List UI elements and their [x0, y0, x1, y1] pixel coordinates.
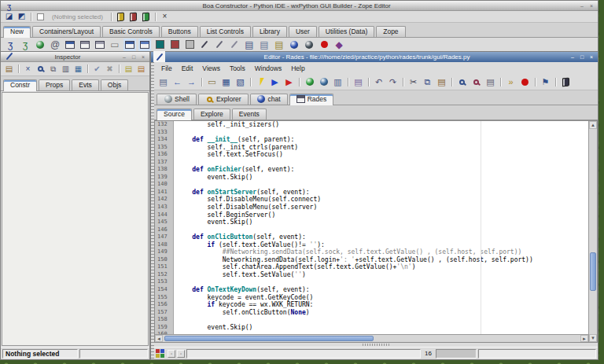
editor-view-tab-source[interactable]: Source — [157, 108, 192, 120]
wx-mdi-child-frame-icon[interactable] — [138, 39, 151, 51]
horizontal-scroll-track[interactable] — [163, 335, 580, 342]
inspector-content-pane[interactable] — [2, 92, 149, 346]
goto-line-icon[interactable]: » — [504, 75, 517, 89]
copy-item-icon[interactable]: ⧉ — [47, 64, 59, 75]
palette-tab-zope[interactable]: Zope — [376, 26, 405, 37]
menu-windows[interactable]: Windows — [251, 64, 285, 73]
red-dot-icon[interactable] — [318, 39, 330, 51]
history-back-icon[interactable]: ← — [171, 75, 184, 89]
vertical-scroll-thumb[interactable] — [590, 252, 596, 292]
scroll-up-arrow[interactable]: ▲ — [589, 121, 597, 129]
help-book-yellow-icon[interactable] — [115, 11, 127, 22]
horizontal-scrollbar[interactable]: ◄ ► — [155, 334, 588, 342]
debug-icon[interactable]: ▶ — [282, 75, 296, 89]
palette-tab-user[interactable]: User — [289, 26, 317, 37]
delete-item-icon[interactable]: × — [22, 64, 34, 75]
data-view-icon[interactable]: ◩ — [16, 11, 28, 22]
undo-icon[interactable]: ↶ — [372, 75, 385, 89]
editor-view-tab-events[interactable]: Events — [232, 108, 267, 119]
text-document-icon-2[interactable]: ▤ — [258, 39, 271, 51]
notebook-icon[interactable]: ▦ — [72, 64, 84, 75]
editor-tab-explorer[interactable]: Explorer — [198, 94, 249, 105]
run-application-icon[interactable] — [254, 75, 267, 89]
print-icon[interactable]: ▤ — [484, 75, 497, 89]
palette-tab-containers-layout[interactable]: Containers/Layout — [32, 26, 101, 37]
palette-tab-new[interactable]: New — [3, 26, 31, 38]
editor-tab-rades[interactable]: Rades — [289, 94, 334, 105]
menu-tools[interactable]: Tools — [226, 64, 249, 73]
inspector-tab-evts[interactable]: Evts — [72, 79, 99, 90]
frame-designer-icon[interactable]: ◪ — [3, 11, 15, 22]
vertical-scroll-track[interactable] — [589, 129, 597, 334]
open-icon[interactable]: ▭ — [205, 75, 219, 89]
close-button[interactable]: × — [139, 53, 147, 61]
main-titlebar[interactable]: ʒ Boa Constructor - Python IDE - wxPytho… — [1, 1, 598, 11]
help-book-red-icon[interactable] — [127, 11, 139, 22]
minimize-button[interactable]: – — [120, 53, 128, 61]
close-view-icon[interactable]: × — [159, 11, 171, 22]
dark-globe-doc-icon[interactable] — [303, 39, 315, 51]
inspector-tab-props[interactable]: Props — [39, 79, 70, 90]
remove-page-icon[interactable]: ▤ — [135, 64, 147, 75]
stylus-tool-icon-3[interactable] — [228, 39, 241, 51]
cancel-changes-icon[interactable]: ✖ — [104, 64, 116, 75]
editor-tab-shell[interactable]: Shell — [157, 94, 197, 105]
paste-item-icon[interactable]: ▥ — [60, 64, 72, 75]
add-page-icon[interactable]: ▤ — [123, 64, 134, 75]
save-icon[interactable]: ▦ — [219, 75, 233, 89]
paste-icon[interactable]: ▤ — [435, 75, 448, 89]
menu-help[interactable]: Help — [287, 64, 308, 73]
cut-icon[interactable]: ✂ — [407, 75, 420, 89]
stylus-tool-icon-2[interactable] — [213, 39, 226, 51]
palette-tab-utilities-data-[interactable]: Utilities (Data) — [319, 26, 374, 37]
minimize-button[interactable]: – — [578, 2, 586, 9]
copy-icon[interactable]: ⧉ — [421, 75, 434, 89]
help-book-icon[interactable] — [559, 75, 573, 89]
run-module-icon[interactable]: ▶ — [268, 75, 282, 89]
editor-tab-chat[interactable]: chat — [250, 94, 288, 105]
find-again-icon[interactable] — [470, 75, 483, 89]
find-item-icon[interactable] — [35, 64, 46, 75]
green-snake-icon[interactable]: ʒ — [19, 39, 31, 51]
palette-tab-basic-controls[interactable]: Basic Controls — [102, 26, 160, 37]
breakpoint-icon[interactable] — [518, 75, 532, 89]
source-code-view[interactable]: 132 self._init_sizers()133134 def __init… — [155, 121, 588, 334]
flags-icon[interactable]: ⚑ — [539, 75, 552, 89]
horizontal-scroll-thumb[interactable] — [164, 336, 374, 341]
editor-titlebar[interactable]: Editor - Rades - file:///home/zied/pract… — [151, 52, 598, 62]
close-button[interactable]: × — [587, 2, 595, 9]
green-globe-icon[interactable] — [34, 39, 46, 51]
scroll-left-arrow[interactable]: ◄ — [155, 335, 163, 342]
minimize-button[interactable]: – — [569, 53, 576, 61]
save-as-icon[interactable]: ▧ — [234, 75, 247, 89]
gray-module-icon[interactable] — [183, 39, 196, 51]
red-module-icon[interactable] — [168, 39, 181, 51]
menu-views[interactable]: Views — [198, 64, 224, 73]
image-editor-icon[interactable]: ◆ — [333, 39, 345, 51]
wx-mini-frame-icon[interactable] — [94, 39, 106, 51]
help-book-green-icon[interactable] — [140, 11, 152, 22]
wx-frame-icon[interactable] — [64, 39, 76, 51]
inspector-titlebar[interactable]: Inspector –□× — [1, 52, 149, 62]
inspector-tab-objs[interactable]: Objs — [101, 79, 128, 90]
at-symbol-icon[interactable]: @ — [49, 39, 61, 51]
find-icon[interactable] — [455, 75, 469, 89]
post-changes-icon[interactable]: ✔ — [91, 64, 103, 75]
text-document-icon-1[interactable]: ▤ — [243, 39, 256, 51]
scroll-down-arrow[interactable]: ▼ — [589, 334, 597, 342]
palette-tab-list-controls[interactable]: List Controls — [200, 26, 251, 37]
teal-module-icon[interactable] — [153, 39, 166, 51]
open-module-icon[interactable]: ▤ — [157, 75, 170, 89]
scroll-right-arrow[interactable]: ► — [580, 335, 588, 342]
history-forward-icon[interactable]: → — [185, 75, 198, 89]
paste-style-icon[interactable]: ▤ — [3, 64, 15, 75]
palette-tab-library[interactable]: Library — [252, 26, 287, 37]
editor-view-tab-explore[interactable]: Explore — [193, 108, 230, 119]
stylus-tool-icon-1[interactable] — [198, 39, 211, 51]
close-button[interactable]: × — [587, 53, 595, 61]
wx-dialog-icon[interactable] — [79, 39, 91, 51]
blue-globe-doc-icon[interactable] — [288, 39, 300, 51]
todo-icon[interactable]: ▤ — [352, 75, 365, 89]
menu-edit[interactable]: Edit — [178, 64, 197, 73]
maximize-button[interactable]: □ — [130, 53, 138, 61]
